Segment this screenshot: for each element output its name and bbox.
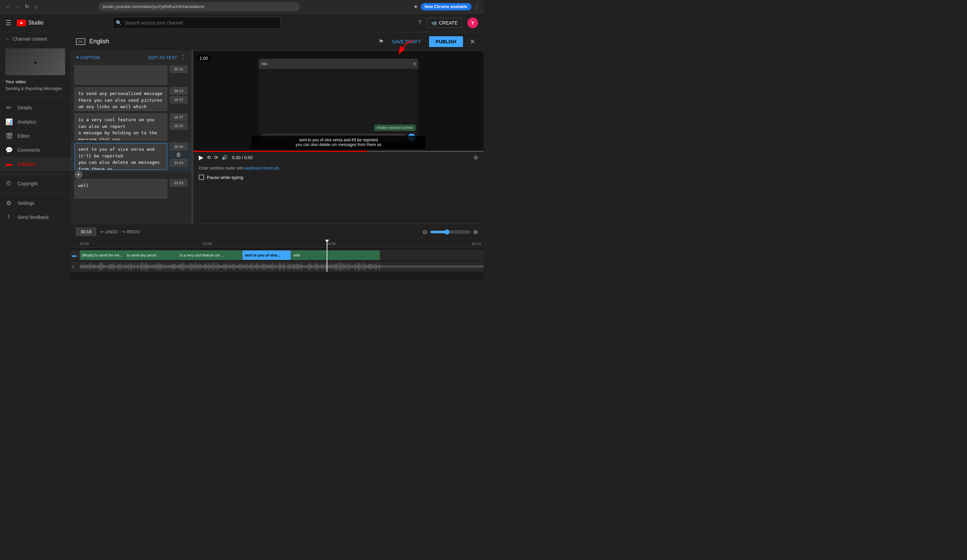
time-end-3[interactable]: 33:59 — [170, 159, 187, 166]
caption-items-container: 05:15 to send any personalized message t… — [71, 64, 191, 224]
time-position-input[interactable]: 30:18 — [76, 227, 96, 236]
editor-label: Editor — [18, 133, 30, 138]
add-caption-between-icon[interactable]: + — [74, 171, 83, 179]
video-settings-icon[interactable]: ⚙ — [474, 155, 478, 161]
delete-caption-3-button[interactable]: 🗑 — [176, 152, 181, 158]
new-chrome-button[interactable]: New Chrome available — [421, 3, 471, 10]
zoom-out-button[interactable]: ⊖ — [422, 228, 427, 236]
phone-chat-area: Hidden reported content Send a message ▶ — [259, 69, 418, 144]
studio-label: Studio — [28, 20, 43, 26]
time-end-1[interactable]: 16:37 — [170, 96, 187, 104]
search-input[interactable] — [112, 17, 281, 29]
time-start-2[interactable]: 16:37 — [170, 114, 187, 121]
zoom-in-button[interactable]: ⊕ — [473, 228, 478, 236]
caption-text-4[interactable]: well — [74, 179, 167, 198]
caption-segment-1[interactable]: to send any perso... — [125, 250, 177, 260]
edit-as-text-button[interactable]: EDIT AS TEXT — [149, 55, 177, 60]
video-controls: ▶ ⟲ ⟳ 🔊 0:30 / 0:50 ⚙ — [193, 152, 484, 163]
create-button[interactable]: 📹 CREATE — [427, 18, 462, 28]
rewind-button[interactable]: ⟲ — [207, 155, 211, 160]
caption-text-2[interactable]: is a very cool feature um you can also u… — [74, 114, 167, 140]
sidebar-back-button[interactable]: ← Channel content — [0, 32, 71, 46]
add-caption-button[interactable]: + CAPTION — [76, 54, 100, 61]
caption-segment-3[interactable]: sent to you of vice... — [243, 250, 291, 260]
sidebar-item-comments[interactable]: 💬 Comments — [0, 143, 71, 157]
search-icon: 🔍 — [116, 20, 122, 26]
editor-icon: 🎬 — [5, 132, 12, 140]
subtitles-icon: ▬ — [5, 160, 12, 168]
sidebar-item-analytics[interactable]: 📊 Analytics — [0, 115, 71, 129]
subtitle-info: Enter subtitles faster with keyboard sho… — [193, 163, 484, 173]
back-button[interactable]: ← — [4, 3, 12, 11]
more-options-button[interactable]: ⋮ — [180, 54, 186, 61]
undo-label: UNDO — [105, 229, 118, 234]
nav-right: ? 📹 CREATE Y — [418, 18, 478, 28]
more-options-icon[interactable]: ⋮ — [474, 3, 480, 10]
editor-title: English — [89, 38, 378, 45]
zoom-slider[interactable] — [430, 229, 470, 235]
sidebar-item-feedback[interactable]: ! Send feedback — [0, 210, 71, 224]
sidebar-item-editor[interactable]: 🎬 Editor — [0, 129, 71, 143]
phone-mockup: Niki 8 Hidden reported content Send a me… — [259, 59, 418, 144]
sidebar-item-details[interactable]: ✏ Details — [0, 101, 71, 115]
publish-button[interactable]: PUBLISH — [429, 36, 463, 47]
user-avatar[interactable]: Y — [467, 18, 478, 28]
caption-text-3[interactable]: sent to you of vice versa and it'll be r… — [74, 143, 167, 170]
timeline-mark-3: 49:14 — [471, 242, 481, 246]
sidebar-item-subtitles[interactable]: ▬ Subtitles — [0, 157, 71, 171]
timeline-playhead[interactable] — [327, 240, 327, 272]
volume-button[interactable]: 🔊 — [222, 155, 227, 160]
browser-bar: ← → ↻ ⌂ studio.youtube.com/video/yuYydXt… — [0, 0, 484, 13]
time-start-4[interactable]: 33:59 — [170, 179, 187, 187]
pause-while-typing: Pause while typing — [193, 173, 484, 183]
caption-item-2: is a very cool feature um you can also u… — [71, 112, 191, 142]
caption-segment-4[interactable]: well — [291, 250, 380, 260]
phone-top-bar: Niki 8 — [259, 59, 418, 69]
help-icon[interactable]: ? — [418, 19, 421, 26]
time-end-2[interactable]: 26:35 — [170, 122, 187, 130]
menu-icon[interactable]: ☰ — [5, 19, 12, 27]
save-draft-button[interactable]: SAVE DRAFT — [388, 36, 425, 47]
caption-times-0: 05:15 — [170, 66, 187, 85]
timeline-tracks: ▬ [Music] to send the me... to send any … — [71, 248, 484, 274]
sidebar-item-copyright[interactable]: © Copyright — [0, 176, 71, 190]
pause-checkbox[interactable] — [199, 175, 204, 180]
fast-forward-button[interactable]: ⟳ — [214, 155, 218, 160]
total-time: 0:50 — [244, 155, 252, 160]
bookmark-icon[interactable]: ★ — [413, 3, 418, 10]
pause-label: Pause while typing — [207, 175, 243, 180]
create-plus-icon: 📹 — [431, 20, 437, 26]
address-bar[interactable]: studio.youtube.com/video/yuYydXtEwX4/tra… — [98, 2, 300, 12]
sidebar-divider — [0, 98, 71, 98]
comments-icon: 💬 — [5, 147, 12, 154]
keyboard-shortcuts-link[interactable]: keyboard shortcuts — [245, 166, 279, 171]
comments-label: Comments — [18, 147, 40, 153]
home-button[interactable]: ⌂ — [32, 3, 40, 11]
sidebar-item-settings[interactable]: ⚙ Settings — [0, 196, 71, 210]
caption-track-content: [Music] to send the me... to send any pe… — [80, 250, 484, 260]
video-progress-bar-fill — [193, 151, 367, 152]
undo-button[interactable]: ↩ UNDO — [100, 229, 118, 234]
time-display: 0:30 / 0:50 — [232, 155, 252, 160]
close-button[interactable]: ✕ — [467, 36, 478, 47]
caption-text-0[interactable] — [74, 66, 167, 85]
video-panel: Niki 8 Hidden reported content Send a me… — [193, 51, 484, 224]
timeline-mark-1: 15:00 — [203, 242, 212, 246]
time-start-3[interactable]: 26:35 — [170, 143, 187, 150]
redo-button[interactable]: ↪ REDO — [122, 229, 140, 234]
refresh-button[interactable]: ↻ — [23, 3, 31, 11]
time-start-1[interactable]: 09:13 — [170, 87, 187, 95]
url-text: studio.youtube.com/video/yuYydXtEwX4/tra… — [102, 4, 205, 9]
video-progress-bar-bg — [193, 151, 484, 152]
play-button[interactable]: ▶ — [199, 154, 203, 161]
caption-segment-0[interactable]: [Music] to send the me... — [80, 250, 124, 260]
forward-button[interactable]: → — [13, 3, 21, 11]
caption-toolbar: + CAPTION EDIT AS TEXT ⋮ — [71, 51, 191, 64]
time-start-0[interactable]: 05:15 — [170, 66, 187, 73]
caption-segments: [Music] to send the me... to send any pe… — [80, 250, 484, 260]
flag-icon[interactable]: ⚑ — [378, 38, 384, 45]
caption-list: + CAPTION EDIT AS TEXT ⋮ 05:15 — [71, 51, 191, 224]
caption-text-1[interactable]: to send any personalized message there y… — [74, 87, 167, 111]
details-icon: ✏ — [5, 104, 12, 112]
caption-segment-2[interactable]: is a very cool feature um ... — [177, 250, 242, 260]
